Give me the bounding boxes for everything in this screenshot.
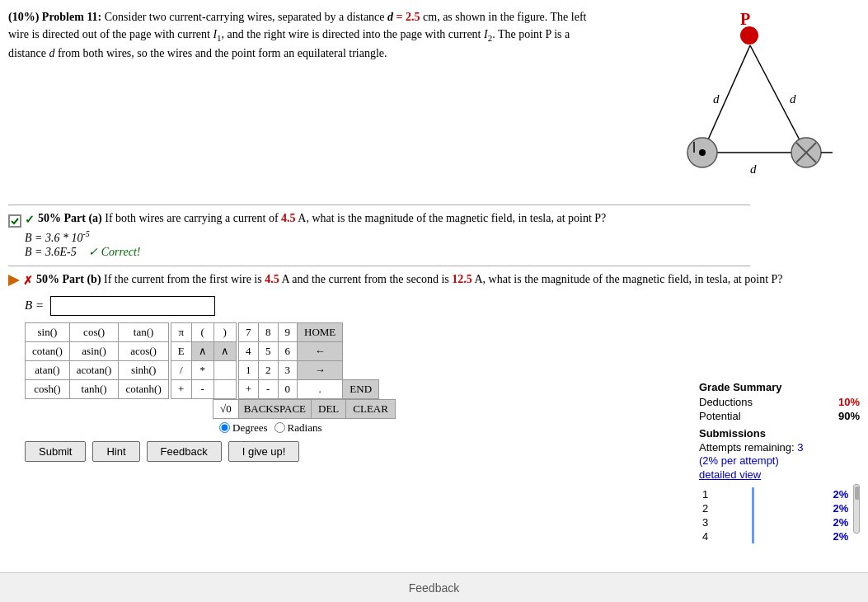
diagram-svg: d d d [668, 8, 841, 198]
give-up-button[interactable]: I give up! [228, 441, 300, 462]
sin-key[interactable]: sin() [26, 322, 70, 341]
radians-radio[interactable] [274, 422, 285, 433]
key-0[interactable]: 0 [278, 379, 298, 398]
decimal-key[interactable]: . [298, 379, 343, 398]
tanh-key[interactable]: tanh() [69, 379, 119, 398]
cosh-key[interactable]: cosh() [26, 379, 70, 398]
svg-text:d: d [713, 92, 720, 106]
b-input-row: B = [25, 296, 860, 316]
end-key[interactable]: END [343, 379, 379, 398]
acos-key[interactable]: acos() [119, 341, 168, 360]
svg-text:d: d [790, 92, 796, 106]
submissions-table-container: 1 2% 2 2% 3 2% 4 2% [699, 484, 860, 543]
detailed-view-link[interactable]: detailed view [699, 468, 860, 481]
submissions-table: 1 2% 2 2% 3 2% 4 2% [699, 487, 852, 543]
potential-row: Potential 90% [699, 410, 860, 422]
grade-summary-title: Grade Summary [699, 381, 860, 393]
degrees-radio-label[interactable]: Degrees [219, 421, 268, 435]
backspace-arrow-key[interactable]: ← [298, 341, 343, 360]
open-paren-key[interactable]: ( [191, 322, 213, 341]
deductions-row: Deductions 10% [699, 396, 860, 408]
submission-row-2: 2 2% [699, 501, 852, 515]
deductions-value: 10% [838, 396, 860, 408]
close-paren-key[interactable]: ) [213, 322, 236, 341]
key-9[interactable]: 9 [278, 322, 298, 341]
submission-row-3: 3 2% [699, 515, 852, 529]
hint-button[interactable]: Hint [92, 441, 139, 462]
up-arrow-key[interactable]: ∧ [191, 341, 213, 360]
calculator: sin() cos() tan() cotan() asin() acos() … [25, 322, 396, 435]
problem-header: (10%) Problem 11: [8, 11, 101, 23]
svg-line-0 [702, 45, 750, 153]
clear-key[interactable]: CLEAR [346, 399, 396, 418]
submission-row-1: 1 2% [699, 487, 852, 501]
part-a-label: 50% Part (a) If both wires are carrying … [38, 212, 606, 225]
cos-key[interactable]: cos() [69, 322, 119, 341]
key-4[interactable]: 4 [238, 341, 258, 360]
key-2[interactable]: 2 [259, 360, 279, 379]
potential-value: 90% [838, 410, 860, 422]
atan-key[interactable]: atan() [26, 360, 70, 379]
feedback-button[interactable]: Feedback [147, 441, 222, 462]
sqrt-key[interactable]: √0 [213, 399, 239, 418]
problem-text: (10%) Problem 11: Consider two current-c… [8, 8, 602, 62]
e-key[interactable]: E [171, 341, 191, 360]
key-8[interactable]: 8 [259, 322, 279, 341]
inv-key[interactable]: ∧ [213, 341, 236, 360]
minus-key[interactable]: - [259, 379, 279, 398]
part-a-section: ✓ 50% Part (a) If both wires are carryin… [0, 212, 868, 259]
part-b-x-icon: ✗ [23, 274, 33, 288]
submissions-scrollbar[interactable] [853, 484, 860, 534]
svg-line-1 [750, 45, 806, 153]
radians-radio-label[interactable]: Radians [274, 421, 322, 435]
numpad-keys: 7 8 9 HOME 4 5 6 ← 1 2 3 [238, 322, 379, 399]
part-a-answer2: B = 3.6E-5 ✓ Correct! [25, 245, 860, 259]
plus-key2[interactable]: + [171, 379, 191, 398]
part-a-check-icon [8, 214, 21, 228]
tan-key[interactable]: tan() [119, 322, 168, 341]
function-keys: sin() cos() tan() cotan() asin() acos() … [25, 322, 169, 399]
attempts-value: 3 [797, 441, 803, 454]
part-b-label: 50% Part (b) If the current from the fir… [36, 273, 783, 286]
sinh-key[interactable]: sinh() [119, 360, 168, 379]
svg-point-7 [699, 149, 706, 156]
submit-button[interactable]: Submit [25, 441, 86, 462]
submission-row-4: 4 2% [699, 529, 852, 543]
special-keys: π ( ) E ∧ ∧ / * + [171, 322, 237, 399]
minus-key2[interactable]: - [191, 379, 213, 398]
cotan-key[interactable]: cotan() [26, 341, 70, 360]
grade-summary-panel: Grade Summary Deductions 10% Potential 9… [699, 381, 860, 543]
acotan-key[interactable]: acotan() [69, 360, 119, 379]
asin-key[interactable]: asin() [69, 341, 119, 360]
part-a-answer1: B = 3.6 * 10-5 [25, 229, 860, 245]
part-a-check: ✓ [25, 213, 35, 227]
bottom-keys: √0 BACKSPACE DEL CLEAR [213, 399, 396, 419]
div-key[interactable]: / [171, 360, 191, 379]
plus-key[interactable]: + [238, 379, 258, 398]
pi-key[interactable]: π [171, 322, 191, 341]
angle-mode-selector: Degrees Radians [25, 421, 396, 435]
feedback-bar: Feedback [0, 572, 868, 602]
b-input-field[interactable] [50, 296, 215, 316]
backspace-key[interactable]: BACKSPACE [238, 399, 311, 418]
forward-arrow-key[interactable]: → [298, 360, 343, 379]
feedback-link[interactable]: Feedback [409, 581, 459, 595]
mult-key[interactable]: * [191, 360, 213, 379]
svg-text:d: d [750, 162, 757, 176]
attempts-line: Attempts remaining: 3 [699, 441, 860, 454]
key-7[interactable]: 7 [238, 322, 258, 341]
home-key[interactable]: HOME [298, 322, 343, 341]
del-key[interactable]: DEL [312, 399, 346, 418]
submissions-title: Submissions [699, 427, 860, 440]
key-5[interactable]: 5 [259, 341, 279, 360]
key-3[interactable]: 3 [278, 360, 298, 379]
svg-marker-13 [8, 275, 20, 286]
per-attempt-line: (2% per attempt) [699, 454, 860, 467]
key-6[interactable]: 6 [278, 341, 298, 360]
bottom-calc-row: √0 BACKSPACE DEL CLEAR [25, 399, 396, 419]
key-1[interactable]: 1 [238, 360, 258, 379]
cotanh-key[interactable]: cotanh() [119, 379, 168, 398]
part-b-play-icon [8, 275, 20, 289]
degrees-radio[interactable] [219, 422, 230, 433]
